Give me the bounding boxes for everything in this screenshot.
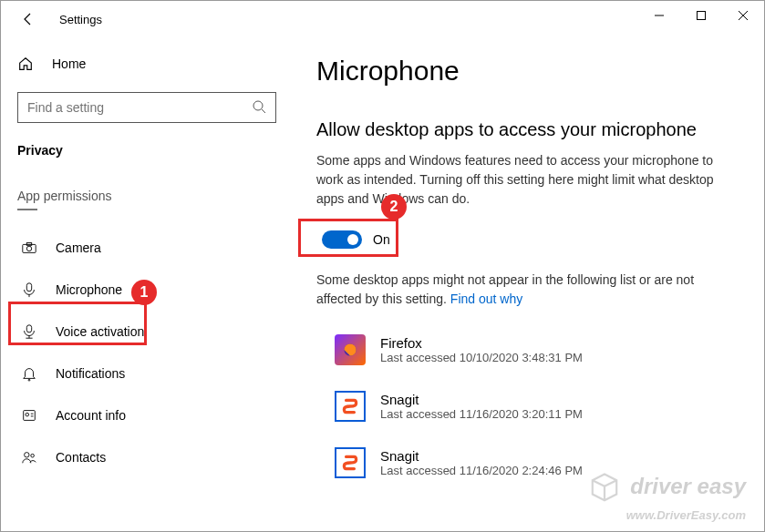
sidebar-item-notifications[interactable]: Notifications (17, 353, 276, 394)
app-meta: Last accessed 11/16/2020 2:24:46 PM (380, 464, 583, 477)
app-item-snagit-1: Snagit Last accessed 11/16/2020 3:20:11 … (335, 378, 728, 435)
contacts-icon (21, 449, 37, 466)
search-box[interactable] (17, 92, 276, 123)
app-name: Firefox (380, 335, 583, 351)
snagit-icon (335, 391, 366, 422)
app-item-firefox: Firefox Last accessed 10/10/2020 3:48:31… (335, 322, 728, 378)
sidebar-item-label: Contacts (56, 450, 106, 465)
sidebar-item-camera[interactable]: Camera (17, 227, 276, 269)
content-pane: Microphone Allow desktop apps to access … (293, 37, 764, 531)
sidebar-item-account[interactable]: Account info (17, 394, 276, 436)
bell-icon (21, 365, 37, 382)
app-list: Firefox Last accessed 10/10/2020 3:48:31… (316, 322, 728, 491)
back-button[interactable] (14, 5, 43, 34)
svg-line-5 (262, 109, 265, 113)
svg-rect-11 (26, 325, 31, 332)
search-input[interactable] (27, 100, 252, 115)
sidebar-item-label: Account info (56, 408, 126, 423)
sidebar-item-label: Notifications (56, 366, 125, 381)
camera-icon (21, 240, 37, 256)
microphone-icon (21, 281, 37, 298)
minimize-button[interactable] (638, 1, 680, 30)
divider (17, 209, 37, 210)
sidebar-item-home[interactable]: Home (17, 48, 276, 79)
maximize-button[interactable] (680, 1, 722, 30)
note-text: Some desktop apps might not appear in th… (316, 271, 728, 309)
toggle-knob (347, 234, 358, 245)
app-meta: Last accessed 10/10/2020 3:48:31 PM (380, 351, 583, 364)
page-title: Microphone (316, 56, 728, 87)
allow-desktop-apps-toggle[interactable] (322, 230, 362, 249)
arrow-left-icon (21, 12, 36, 26)
sidebar-item-label: Voice activation (56, 324, 144, 339)
svg-rect-1 (698, 12, 706, 20)
app-item-snagit-2: Snagit Last accessed 11/16/2020 2:24:46 … (335, 435, 728, 491)
maximize-icon (696, 10, 707, 21)
category-label: Privacy (17, 143, 276, 158)
sidebar-item-microphone[interactable]: Microphone (17, 269, 276, 311)
voice-icon (21, 323, 37, 340)
description-text: Some apps and Windows features need to a… (316, 151, 728, 209)
svg-point-4 (253, 101, 263, 110)
sidebar-home-label: Home (52, 56, 86, 71)
account-icon (21, 407, 37, 424)
sidebar-item-label: Microphone (56, 282, 122, 297)
search-icon (252, 99, 266, 117)
svg-rect-15 (24, 411, 36, 421)
sub-heading: Allow desktop apps to access your microp… (316, 119, 728, 140)
minimize-icon (654, 10, 665, 21)
section-header: App permissions (17, 189, 276, 203)
close-icon (738, 10, 749, 21)
sidebar-item-voice[interactable]: Voice activation (17, 311, 276, 353)
sidebar-item-label: Camera (56, 240, 101, 255)
close-button[interactable] (722, 1, 764, 30)
svg-point-20 (31, 454, 35, 457)
firefox-icon (335, 334, 366, 365)
sidebar-item-contacts[interactable]: Contacts (17, 436, 276, 478)
home-icon (17, 56, 34, 72)
svg-point-16 (26, 413, 29, 416)
window-title: Settings (59, 13, 102, 26)
snagit-icon (335, 447, 366, 478)
svg-rect-9 (26, 283, 31, 292)
svg-point-7 (26, 246, 31, 251)
toggle-label: On (373, 232, 390, 247)
app-name: Snagit (380, 448, 583, 464)
app-name: Snagit (380, 392, 583, 407)
sidebar: Home Privacy App permissions Camera Micr… (1, 37, 293, 531)
svg-point-19 (25, 453, 29, 457)
app-meta: Last accessed 11/16/2020 3:20:11 PM (380, 407, 583, 421)
svg-point-14 (28, 379, 30, 381)
find-out-why-link[interactable]: Find out why (450, 292, 522, 306)
